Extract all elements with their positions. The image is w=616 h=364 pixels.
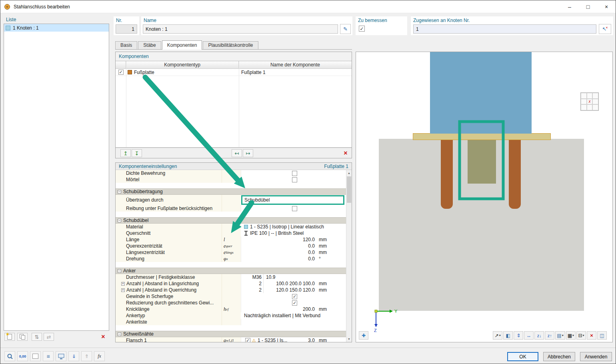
cancel-button[interactable]: Abbrechen <box>543 352 575 361</box>
color-swatch-button[interactable] <box>30 351 41 361</box>
tab-basis[interactable]: Basis <box>115 41 137 49</box>
edit-name-button[interactable]: ✎ <box>340 24 351 34</box>
scroll-up-icon[interactable]: ▲ <box>346 170 352 176</box>
find-button[interactable] <box>4 351 15 361</box>
knicklaenge-value[interactable]: 200.0 <box>241 306 317 312</box>
maximize-icon[interactable]: □ <box>579 0 597 13</box>
navigation-cube[interactable]: x <box>580 92 599 111</box>
component-row[interactable]: ✓ Fußplatte Fußplatte 1 <box>116 69 352 76</box>
new-connection-button[interactable]: ★ <box>4 333 15 341</box>
tab-staebe[interactable]: Stäbe <box>138 41 161 49</box>
scroll-down-icon[interactable]: ▼ <box>346 336 352 342</box>
close-icon[interactable]: × <box>597 0 616 13</box>
anzahl-laengs-value[interactable]: 2 <box>241 281 263 286</box>
setting-row-flansch-1[interactable]: Flansch 1 aw1,f1 ✓ ⚠ 1 - S235 | Is... 3.… <box>116 337 347 342</box>
expand-icon[interactable]: + <box>121 288 125 292</box>
flansch-thickness-value[interactable]: 3.0 <box>308 338 317 342</box>
zoom-out-z-button[interactable]: z↓ <box>534 331 544 340</box>
setting-row-querexzentrizitaet[interactable]: Querexzentrizität equer 0.0 mm <box>116 243 347 249</box>
renumber-button[interactable]: ⇅ <box>32 333 42 341</box>
setting-row-anzahl-quer[interactable]: +Anzahl | Abstand in Querrichtung 2 120.… <box>116 287 347 293</box>
apply-button[interactable]: Anwenden <box>580 352 612 361</box>
minimize-icon[interactable]: – <box>560 0 579 13</box>
reduzierung-checkbox[interactable]: ✓ <box>292 300 297 306</box>
flansch-material-value[interactable]: 1 - S235 | Is... <box>258 338 308 342</box>
setting-row-drehung[interactable]: Drehung φx 0.0 ° <box>116 256 347 262</box>
setting-row-ankertyp[interactable]: Ankertyp Nachträglich installiert | Mit … <box>116 312 347 319</box>
collapse-icon[interactable]: − <box>118 332 121 336</box>
refresh-view-button[interactable] <box>56 351 66 361</box>
insert-row-before-button[interactable]: ↥ <box>120 149 131 157</box>
render-viewport[interactable]: x Y Z ✚ ↗▾ ◧ ⇕ ↔ z↓ z↑ ▤▾ ▦▾ ⊟▾ × ◫ <box>356 52 613 342</box>
uebertragen-durch-select[interactable]: Schubdübel <box>241 195 344 205</box>
group-schubduebel[interactable]: − Schubdübel <box>116 217 347 224</box>
tab-plausibilitaetskontrolle[interactable]: Plausibilitätskontrolle <box>203 41 258 49</box>
decimal-places-button[interactable]: 0,00 <box>17 351 28 361</box>
group-anker[interactable]: − Anker <box>116 268 347 274</box>
ankertyp-value[interactable]: Nachträglich installiert | Mit Verbund <box>244 313 320 318</box>
setting-row-querschnitt[interactable]: Querschnitt IPE 100 | -- | British Steel <box>116 230 347 236</box>
view-direction-button[interactable]: ↗▾ <box>493 331 502 340</box>
anzahl-quer-value[interactable]: 2 <box>241 287 263 293</box>
tab-komponenten[interactable]: Komponenten <box>162 40 202 50</box>
insert-row-after-button[interactable]: ↧ <box>132 149 142 157</box>
zoom-reset-button[interactable]: × <box>587 331 596 340</box>
delete-connection-button[interactable]: × <box>98 333 108 341</box>
zoom-in-z-button[interactable]: z↑ <box>545 331 554 340</box>
apply-settings-button[interactable]: ⇑ <box>81 351 92 361</box>
component-checkbox[interactable]: ✓ <box>118 70 124 75</box>
save-component-button[interactable]: ↦ <box>243 149 253 157</box>
fit-vertical-button[interactable]: ⇕ <box>514 331 523 340</box>
setting-row-reduzierung[interactable]: Reduzierung durch geschnittenes Gewi... … <box>116 300 347 306</box>
collapse-icon[interactable]: − <box>118 190 121 194</box>
list-item[interactable]: 1 Knoten : 1 <box>4 24 109 32</box>
durchmesser-value[interactable]: M36 <box>241 274 263 280</box>
render-mode-button[interactable]: ◧ <box>503 331 513 340</box>
settings-scrollbar[interactable]: ▲ ▼ <box>346 170 352 342</box>
list-settings-button[interactable]: ≡ <box>43 351 54 361</box>
setting-row-dichte-bewehrung[interactable]: Dichte Bewehrung <box>116 170 347 176</box>
setting-row-gewinde[interactable]: Gewinde in Scherfuge ✓ <box>116 293 347 300</box>
tables-button[interactable]: ▦▾ <box>566 331 576 340</box>
setting-row-moertel[interactable]: Mörtel <box>116 176 347 183</box>
setting-row-laengsexzentrizitaet[interactable]: Längsexzentrizität elängs 0.0 mm <box>116 249 347 256</box>
pick-nodes-button[interactable]: ↖ × <box>599 24 611 34</box>
ok-button[interactable]: OK <box>507 352 538 361</box>
querex-value[interactable]: 0.0 <box>241 243 317 249</box>
abstand-laengs-value[interactable]: 100.0 200.0 100.0 <box>263 280 317 287</box>
drehung-value[interactable]: 0.0 <box>241 256 317 262</box>
scrollbar-thumb[interactable] <box>347 176 351 203</box>
expand-icon[interactable]: + <box>121 282 125 286</box>
festigkeitsklasse-value[interactable]: 10.9 <box>263 274 317 280</box>
laenge-value[interactable]: 120.0 <box>241 237 317 242</box>
setting-row-anzahl-laengs[interactable]: +Anzahl | Abstand in Längsrichtung 2 100… <box>116 280 347 287</box>
pan-view-button[interactable]: ✚ <box>359 331 368 340</box>
visibility-button[interactable]: ▤▾ <box>555 331 565 340</box>
collapse-icon[interactable]: − <box>118 269 121 273</box>
laengsex-value[interactable]: 0.0 <box>241 250 317 255</box>
setting-row-uebertragen-durch[interactable]: Übertragen durch Schubdübel <box>116 195 347 205</box>
transfer-settings-button[interactable]: ⇓ <box>68 351 79 361</box>
setting-row-reibung[interactable]: Reibung unter Fußplatte berücksichtigen <box>116 205 347 212</box>
side-panel-button[interactable]: ◫ <box>597 331 607 340</box>
dichte-checkbox[interactable] <box>292 171 297 176</box>
flansch-checkbox[interactable]: ✓ <box>245 338 250 342</box>
assigned-nodes-input[interactable]: 1 <box>413 24 596 34</box>
collapse-icon[interactable]: − <box>118 219 121 222</box>
copy-connection-button[interactable] <box>17 333 28 341</box>
group-schweissnaehte[interactable]: − Schweißnähte <box>116 331 347 337</box>
group-schubuebertragung[interactable]: − Schubübertragung <box>116 188 347 195</box>
gewinde-checkbox[interactable]: ✓ <box>292 294 297 299</box>
setting-row-ankerliste[interactable]: Ankerliste <box>116 319 347 325</box>
delete-component-button[interactable]: × <box>340 149 351 157</box>
abstand-quer-value[interactable]: 120.0 150.0 120.0 <box>263 287 317 293</box>
function-button[interactable]: fx <box>94 351 105 361</box>
setting-row-laenge[interactable]: Länge l 120.0 mm <box>116 236 347 243</box>
name-input[interactable]: Knoten : 1 <box>143 24 338 34</box>
import-component-button[interactable]: ↤ <box>232 149 242 157</box>
setting-row-knicklaenge[interactable]: Knicklänge hef 200.0 mm <box>116 306 347 312</box>
fit-horizontal-button[interactable]: ↔ <box>524 331 534 340</box>
design-checkbox[interactable]: ✓ <box>359 26 365 32</box>
reibung-checkbox[interactable] <box>292 206 297 211</box>
setting-row-material[interactable]: Material 1 - S235 | Isotrop | Linear ela… <box>116 224 347 230</box>
